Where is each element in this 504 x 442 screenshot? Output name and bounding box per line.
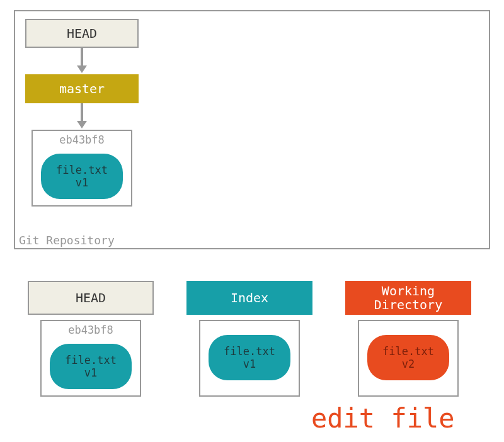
- git-repo-label: Git Repository: [19, 234, 115, 247]
- head-box: HEAD: [25, 19, 139, 48]
- file-pill: file.txt v1: [209, 335, 290, 380]
- commit-hash: eb43bf8: [33, 133, 131, 146]
- branch-box: master: [25, 74, 139, 103]
- file-name: file.txt: [65, 354, 117, 366]
- file-version: v2: [402, 358, 415, 370]
- file-name: file.txt: [56, 164, 108, 176]
- head-commit-hash: eb43bf8: [42, 324, 140, 336]
- workdir-box: file.txt v2: [358, 320, 459, 397]
- head-column-label: HEAD: [76, 291, 106, 305]
- commit-box: eb43bf8 file.txt v1: [32, 130, 132, 207]
- workdir-label-line1: Working: [382, 284, 435, 298]
- file-pill: file.txt v1: [41, 154, 123, 199]
- file-version: v1: [243, 358, 256, 370]
- file-name: file.txt: [224, 345, 275, 358]
- action-label: edit file: [311, 403, 455, 434]
- file-pill: file.txt v2: [367, 335, 449, 380]
- file-version: v1: [84, 366, 97, 379]
- workdir-column-header: Working Directory: [345, 281, 471, 315]
- index-column-label: Index: [231, 291, 268, 305]
- index-box: file.txt v1: [199, 320, 300, 397]
- file-name: file.txt: [382, 345, 434, 358]
- index-column-header: Index: [186, 281, 312, 315]
- branch-label: master: [59, 81, 105, 96]
- arrow-head-to-master: [81, 48, 83, 67]
- file-version: v1: [76, 176, 88, 189]
- head-column-header: HEAD: [28, 281, 154, 315]
- head-commit-box: eb43bf8 file.txt v1: [40, 320, 141, 397]
- arrow-master-to-commit: [81, 103, 83, 122]
- workdir-label-line2: Directory: [374, 298, 442, 312]
- file-pill: file.txt v1: [50, 344, 132, 389]
- head-label: HEAD: [67, 26, 97, 41]
